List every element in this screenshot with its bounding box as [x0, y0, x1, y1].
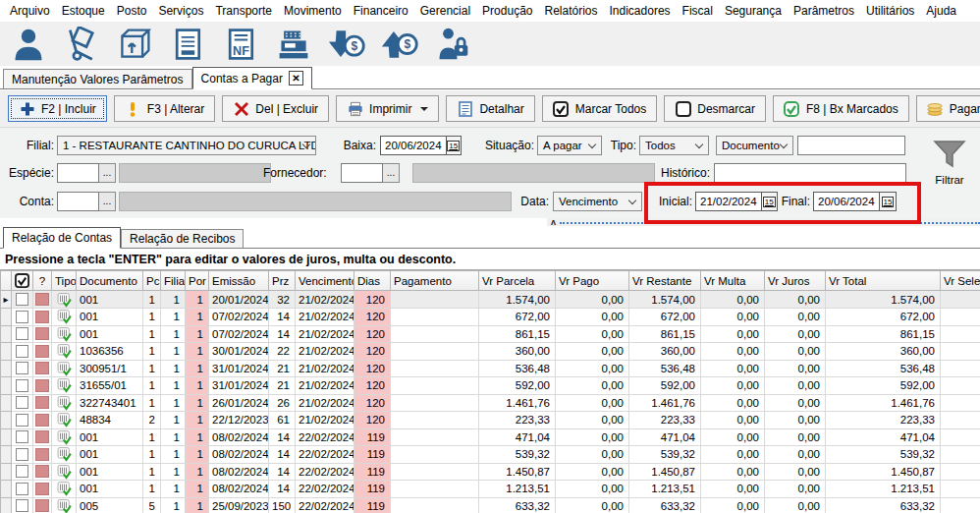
calendar-icon[interactable]: 15: [879, 193, 896, 210]
row-checkbox[interactable]: [16, 483, 28, 495]
filtrar-button[interactable]: Filtrar: [924, 140, 975, 186]
menu-fiscal[interactable]: Fiscal: [677, 0, 719, 22]
calendar-icon[interactable]: 15: [761, 193, 777, 210]
column-header[interactable]: Vr Restante: [629, 271, 701, 291]
table-row[interactable]: 001 1 1 1 07/02/2024 14 21/02/2024 120 8…: [1, 325, 980, 343]
fornecedor-browse-button[interactable]: ...: [383, 163, 400, 183]
column-header[interactable]: Vr Sele: [941, 271, 980, 291]
table-row[interactable]: 005 5 1 1 25/09/2023 150 22/02/2024 119 …: [1, 497, 980, 513]
final-date-field[interactable]: 20/06/2024 15: [813, 192, 897, 211]
column-header[interactable]: Documento: [77, 271, 143, 291]
column-header[interactable]: Vr Parcela: [479, 271, 556, 291]
situacao-select[interactable]: A pagar: [537, 136, 602, 155]
fornecedor-input[interactable]: [341, 163, 383, 183]
menu-seguranca[interactable]: Segurança: [719, 0, 788, 22]
select-all-checkbox-icon[interactable]: [15, 274, 29, 286]
panel-splitter[interactable]: ʌ: [547, 218, 980, 226]
menu-gerencial[interactable]: Gerencial: [414, 0, 476, 22]
table-row[interactable]: 300951/1 1 1 1 31/01/2024 21 21/02/2024 …: [1, 360, 980, 377]
column-header[interactable]: Pc: [143, 271, 161, 291]
money-in-icon[interactable]: $: [324, 24, 369, 65]
hand-truck-icon[interactable]: [59, 24, 104, 65]
table-row[interactable]: 1036356 1 1 1 30/01/2024 22 21/02/2024 1…: [1, 343, 980, 361]
filial-select[interactable]: 1 - RESTAURANTE CANTINHO DO CURUCA LTDA: [57, 136, 316, 155]
data-type-select[interactable]: Vencimento: [553, 192, 642, 211]
row-checkbox[interactable]: [16, 362, 28, 374]
column-header[interactable]: Vr Juros: [765, 271, 826, 291]
cash-register-icon[interactable]: [271, 24, 316, 65]
window-tab-manutencao-valores-parametros[interactable]: Manutenção Valores Parâmetros: [3, 69, 192, 88]
table-row[interactable]: 48834 2 1 1 22/12/2023 61 21/02/2024 120…: [1, 412, 980, 429]
bx-marcados-button[interactable]: F8 | Bx Marcados: [773, 95, 909, 122]
column-header[interactable]: Vr Total: [826, 271, 941, 291]
menu-arquivo[interactable]: Arquivo: [4, 0, 56, 22]
alterar-button[interactable]: F3 | Alterar: [114, 95, 215, 122]
invoice-icon[interactable]: [165, 24, 210, 65]
column-header[interactable]: Por: [186, 271, 209, 291]
table-row[interactable]: 001 1 1 1 08/02/2024 14 22/02/2024 119 4…: [1, 428, 980, 446]
row-checkbox[interactable]: [16, 293, 28, 306]
money-out-icon[interactable]: $: [377, 24, 422, 65]
search-field-select[interactable]: Documento: [716, 136, 793, 155]
row-checkbox[interactable]: [16, 345, 28, 358]
column-header[interactable]: Vencimento: [296, 271, 354, 291]
row-checkbox[interactable]: [16, 499, 28, 512]
user-icon[interactable]: [6, 24, 51, 65]
column-header[interactable]: Emissão: [209, 271, 269, 291]
calendar-icon[interactable]: 15: [446, 137, 461, 154]
table-row[interactable]: 001 1 1 1 08/02/2024 14 22/02/2024 119 5…: [1, 446, 980, 464]
table-row[interactable]: 001 1 1 1 08/02/2024 14 22/02/2024 119 1…: [1, 481, 980, 498]
conta-input[interactable]: [57, 192, 99, 211]
column-header[interactable]: Pagamento: [391, 271, 479, 291]
menu-ajuda[interactable]: Ajuda: [920, 0, 962, 22]
incluir-button[interactable]: F2 | Incluir: [8, 95, 107, 122]
document-search-input[interactable]: [797, 136, 905, 155]
window-tab-contas-a-pagar[interactable]: Contas a Pagar ✕: [192, 67, 312, 89]
column-header[interactable]: Vr Pago: [556, 271, 629, 291]
menu-indicadores[interactable]: Indicadores: [604, 0, 677, 22]
detalhar-button[interactable]: Detalhar: [446, 95, 534, 122]
historico-input[interactable]: [714, 163, 906, 183]
row-checkbox[interactable]: [16, 465, 28, 478]
conta-browse-button[interactable]: ...: [99, 192, 116, 211]
row-checkbox[interactable]: [16, 448, 28, 461]
menu-utilitarios[interactable]: Utilitários: [860, 0, 920, 22]
package-icon[interactable]: [112, 24, 157, 65]
table-row[interactable]: 31655/01 1 1 1 31/01/2024 21 21/02/2024 …: [1, 377, 980, 395]
marcar-todos-button[interactable]: Marcar Todos: [542, 95, 657, 122]
menu-parametros[interactable]: Parâmetros: [788, 0, 860, 22]
column-header[interactable]: ?: [33, 271, 52, 291]
row-checkbox[interactable]: [16, 379, 28, 392]
tab-relacao-de-recibos[interactable]: Relação de Recibos: [121, 229, 244, 248]
menu-transporte[interactable]: Transporte: [209, 0, 278, 22]
baixa-date-field[interactable]: 20/06/2024 15: [380, 136, 462, 155]
especie-input[interactable]: [57, 163, 99, 183]
excluir-button[interactable]: Del | Excluir: [222, 95, 329, 122]
row-checkbox[interactable]: [16, 311, 28, 323]
user-lock-icon[interactable]: [430, 24, 475, 65]
tipo-select[interactable]: Todos: [639, 136, 709, 155]
collapse-arrow-icon[interactable]: ʌ: [547, 219, 560, 225]
table-row[interactable]: 001 1 1 1 07/02/2024 14 21/02/2024 120 6…: [1, 309, 980, 326]
column-header[interactable]: Dias: [354, 271, 391, 291]
imprimir-button[interactable]: Imprimir: [336, 95, 439, 122]
menu-posto[interactable]: Posto: [111, 0, 153, 22]
column-header[interactable]: Vr Multa: [701, 271, 765, 291]
close-icon[interactable]: ✕: [289, 71, 303, 86]
row-checkbox[interactable]: [16, 396, 28, 409]
column-header[interactable]: Prz: [269, 271, 296, 291]
tab-relacao-de-contas[interactable]: Relação de Contas: [3, 227, 121, 249]
especie-browse-button[interactable]: ...: [99, 163, 116, 183]
table-row[interactable]: 001 1 1 1 08/02/2024 14 22/02/2024 119 1…: [1, 463, 980, 481]
menu-estoque[interactable]: Estoque: [56, 0, 111, 22]
row-checkbox[interactable]: [16, 414, 28, 427]
nf-document-icon[interactable]: NF: [218, 24, 263, 65]
desmarcar-button[interactable]: Desmarcar: [664, 95, 766, 122]
column-header[interactable]: Filial: [161, 271, 186, 291]
menu-producao[interactable]: Produção: [476, 0, 538, 22]
menu-financeiro[interactable]: Financeiro: [348, 0, 414, 22]
menu-relatorios[interactable]: Relatórios: [538, 0, 603, 22]
table-row[interactable]: 322743401 1 1 1 26/01/2024 26 21/02/2024…: [1, 394, 980, 412]
row-checkbox[interactable]: [16, 430, 28, 443]
column-header[interactable]: Tipo: [52, 271, 77, 291]
